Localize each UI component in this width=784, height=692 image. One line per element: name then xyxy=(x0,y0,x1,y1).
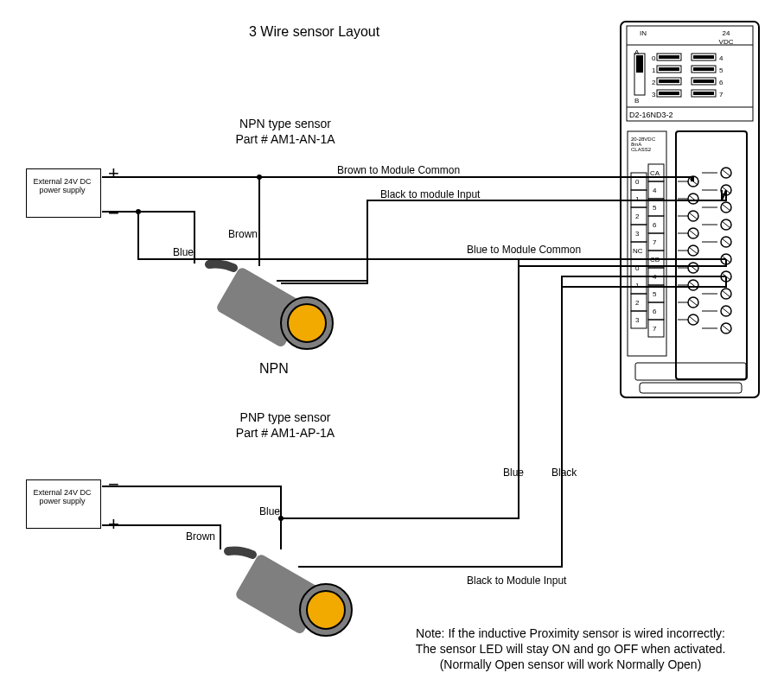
wiring-overlay xyxy=(0,0,784,692)
svg-point-139 xyxy=(136,209,141,214)
svg-point-140 xyxy=(278,516,284,521)
svg-point-138 xyxy=(257,175,262,180)
